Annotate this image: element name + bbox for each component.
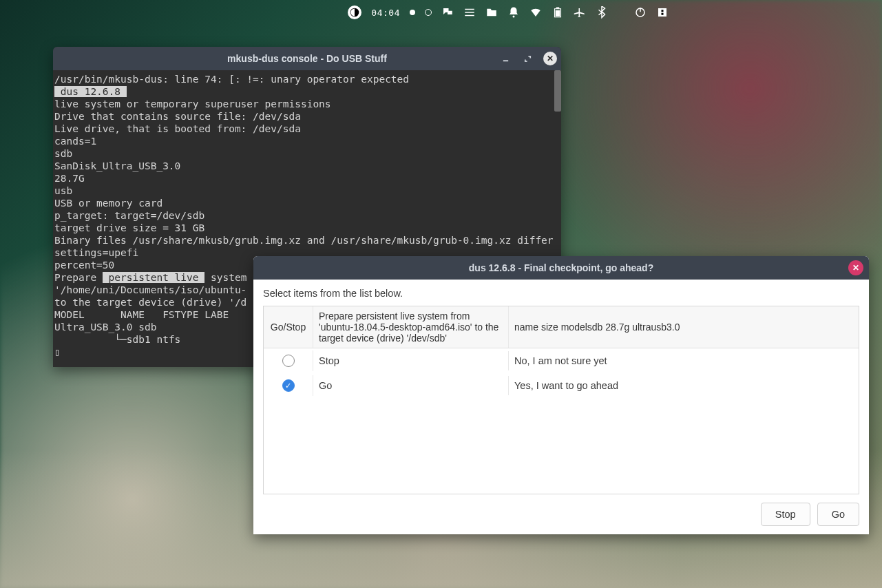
svg-rect-7	[556, 8, 560, 9]
svg-rect-11	[658, 8, 666, 17]
terminal-title: mkusb-dus console - Do USB Stuff	[227, 53, 387, 64]
power-icon[interactable]	[634, 6, 647, 19]
menu-icon[interactable]	[463, 6, 476, 19]
confirm-dialog: dus 12.6.8 - Final checkpoint, go ahead?…	[253, 256, 869, 534]
top-panel: 04:04	[348, 3, 669, 22]
terminal-scrollbar[interactable]	[554, 70, 561, 112]
stop-button[interactable]: Stop	[761, 503, 810, 526]
files-icon[interactable]	[485, 6, 498, 19]
terminal-titlebar[interactable]: mkusb-dus console - Do USB Stuff ✕	[53, 47, 561, 70]
dialog-title: dus 12.6.8 - Final checkpoint, go ahead?	[469, 262, 653, 273]
option-label: Go	[313, 376, 509, 395]
budgie-menu-icon[interactable]	[348, 6, 361, 19]
wifi-icon[interactable]	[529, 6, 542, 19]
table-header: Go/Stop Prepare persistent live system f…	[264, 306, 859, 348]
svg-rect-2	[465, 9, 474, 10]
svg-rect-12	[662, 10, 664, 12]
option-desc: No, I am not sure yet	[509, 351, 859, 370]
radio-go[interactable]	[282, 379, 295, 392]
svg-rect-1	[448, 11, 452, 14]
dialog-titlebar[interactable]: dus 12.6.8 - Final checkpoint, go ahead?…	[253, 256, 869, 280]
svg-rect-10	[640, 8, 641, 12]
option-desc: Yes, I want to go ahead	[509, 376, 859, 395]
bluetooth-icon[interactable]	[596, 6, 608, 19]
option-label: Stop	[313, 351, 509, 370]
maximize-button[interactable]	[521, 52, 534, 65]
svg-rect-8	[556, 10, 560, 17]
header-description: Prepare persistent live system from 'ubu…	[313, 306, 509, 348]
options-table: Go/Stop Prepare persistent live system f…	[263, 306, 859, 494]
workspace-active-icon[interactable]	[410, 10, 415, 15]
option-row[interactable]: StopNo, I am not sure yet	[264, 348, 859, 373]
header-device: name size model sdb 28.7g ultrausb3.0	[509, 306, 859, 348]
svg-rect-3	[465, 12, 474, 13]
clock[interactable]: 04:04	[371, 8, 400, 18]
go-button[interactable]: Go	[817, 503, 859, 526]
option-row[interactable]: GoYes, I want to go ahead	[264, 373, 859, 398]
svg-rect-13	[662, 13, 664, 15]
battery-icon[interactable]	[552, 6, 564, 19]
header-device-values: sdb 28.7g ultrausb3.0	[587, 322, 680, 333]
svg-rect-4	[465, 15, 474, 17]
dialog-close-button[interactable]: ✕	[848, 260, 863, 275]
notifications-icon[interactable]	[507, 6, 520, 19]
chat-icon[interactable]	[441, 6, 454, 19]
header-gostop: Go/Stop	[264, 306, 313, 348]
workspace-inactive-icon[interactable]	[425, 9, 432, 16]
svg-point-5	[513, 16, 515, 18]
indicator-icon[interactable]	[656, 6, 669, 19]
header-device-columns: name size model	[514, 322, 587, 333]
close-button[interactable]: ✕	[543, 52, 557, 65]
dialog-hint: Select items from the list below.	[263, 288, 859, 299]
minimize-button[interactable]	[499, 52, 512, 65]
airplane-icon[interactable]	[574, 6, 586, 19]
radio-stop[interactable]	[282, 355, 295, 367]
